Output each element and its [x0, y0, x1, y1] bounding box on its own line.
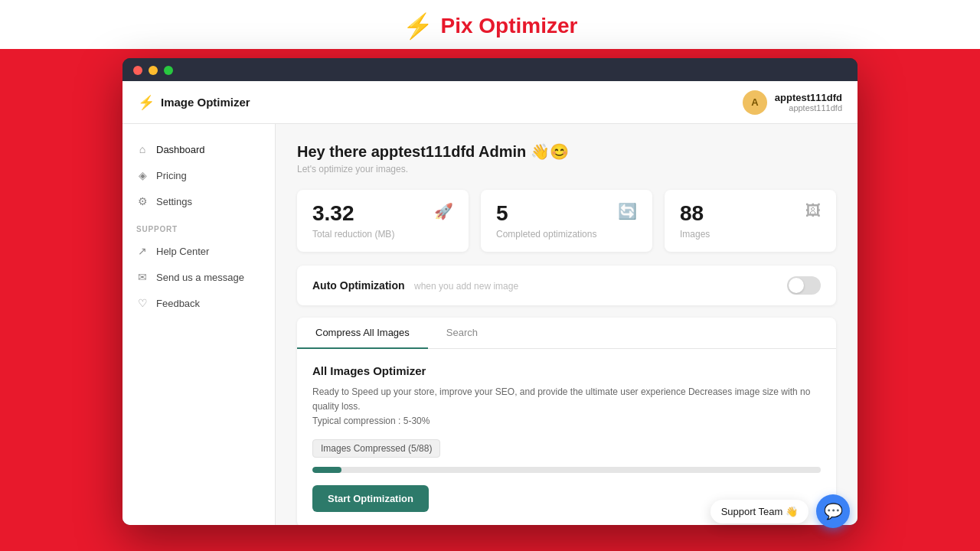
browser-dot-red[interactable]: [133, 66, 142, 75]
support-section-label: SUPPORT: [122, 214, 275, 238]
stat-value-images: 88: [680, 202, 710, 226]
top-banner: ⚡ Pix Optimizer: [0, 0, 980, 49]
support-team-bubble: Support Team 👋: [710, 500, 808, 523]
pricing-icon: ◈: [136, 169, 149, 181]
sidebar-item-feedback[interactable]: ♡ Feedback: [122, 290, 275, 316]
browser-window: ⚡ Image Optimizer A apptest111dfd apptes…: [122, 58, 858, 525]
user-name: apptest111dfd: [775, 92, 842, 103]
tab-compress-all[interactable]: Compress All Images: [297, 318, 428, 349]
sidebar: ⌂ Dashboard ◈ Pricing ⚙ Settings SUPPORT…: [122, 124, 276, 525]
progress-bar-fill: [312, 467, 341, 473]
stat-label-reduction: Total reduction (MB): [312, 229, 394, 240]
support-chat-button[interactable]: 💬: [816, 494, 850, 528]
sidebar-label-dashboard: Dashboard: [156, 144, 205, 155]
message-icon: ✉: [136, 271, 149, 283]
rocket-icon: 🚀: [434, 202, 453, 220]
browser-chrome: [122, 58, 858, 81]
stat-value-optimizations: 5: [496, 202, 596, 226]
start-optimization-button[interactable]: Start Optimization: [312, 485, 429, 512]
feedback-icon: ♡: [136, 297, 149, 309]
sidebar-label-feedback: Feedback: [156, 298, 200, 309]
app-logo-text: Image Optimizer: [161, 96, 250, 109]
sidebar-label-pricing: Pricing: [156, 170, 187, 181]
sidebar-item-dashboard[interactable]: ⌂ Dashboard: [122, 136, 275, 162]
tab-row: Compress All Images Search: [297, 318, 836, 349]
stat-label-images: Images: [680, 229, 710, 240]
compressed-badge: Images Compressed (5/88): [312, 439, 440, 458]
red-background: ⚡ Image Optimizer A apptest111dfd apptes…: [0, 49, 980, 551]
auto-opt-label: Auto Optimization: [312, 279, 405, 292]
main-content: Hey there apptest111dfd Admin 👋😊 Let's o…: [276, 124, 858, 525]
chat-icon: 💬: [824, 502, 843, 520]
avatar: A: [743, 90, 767, 115]
page-sub: Let's optimize your images.: [297, 164, 836, 174]
progress-bar-background: [312, 467, 821, 473]
optimizer-desc: Ready to Speed up your store, improve yo…: [312, 385, 821, 429]
toggle-knob: [789, 278, 804, 293]
dashboard-icon: ⌂: [136, 143, 149, 155]
user-area: A apptest111dfd apptest111dfd: [743, 90, 842, 115]
optimization-icon: 🔄: [618, 202, 637, 220]
app-logo-icon: ⚡: [138, 94, 155, 111]
tab-search[interactable]: Search: [428, 318, 496, 349]
stat-card-reduction: 3.32 Total reduction (MB) 🚀: [297, 190, 469, 252]
stat-value-reduction: 3.32: [312, 202, 394, 226]
sidebar-label-help: Help Center: [156, 246, 209, 257]
app-container: ⚡ Image Optimizer A apptest111dfd apptes…: [122, 81, 858, 525]
user-sub: apptest111dfd: [775, 103, 842, 112]
images-icon: 🖼: [805, 202, 821, 220]
settings-icon: ⚙: [136, 195, 149, 207]
support-widget: Support Team 👋 💬: [710, 494, 850, 528]
stat-card-optimizations: 5 Completed optimizations 🔄: [481, 190, 652, 252]
app-header: ⚡ Image Optimizer A apptest111dfd apptes…: [122, 81, 858, 124]
browser-dot-yellow[interactable]: [149, 66, 158, 75]
brand-logo: ⚡ Pix Optimizer: [403, 14, 578, 38]
sidebar-item-settings[interactable]: ⚙ Settings: [122, 188, 275, 214]
auto-opt-sub: when you add new image: [414, 281, 518, 292]
sidebar-label-settings: Settings: [156, 196, 192, 207]
sidebar-label-message: Send us a message: [156, 272, 244, 283]
auto-optimization-toggle[interactable]: [787, 276, 821, 295]
stat-card-images: 88 Images 🖼: [665, 190, 836, 252]
brand-lightning-icon: ⚡: [403, 14, 433, 38]
optimizer-title: All Images Optimizer: [312, 364, 821, 377]
user-info: apptest111dfd apptest111dfd: [775, 92, 842, 112]
sidebar-item-send-message[interactable]: ✉ Send us a message: [122, 264, 275, 290]
browser-dot-green[interactable]: [164, 66, 173, 75]
help-center-icon: ↗: [136, 245, 149, 257]
brand-name: Pix Optimizer: [441, 14, 578, 38]
sidebar-item-pricing[interactable]: ◈ Pricing: [122, 162, 275, 188]
app-logo: ⚡ Image Optimizer: [138, 94, 250, 111]
stats-row: 3.32 Total reduction (MB) 🚀 5 Completed …: [297, 190, 836, 252]
page-greeting: Hey there apptest111dfd Admin 👋😊: [297, 142, 836, 161]
app-body: ⌂ Dashboard ◈ Pricing ⚙ Settings SUPPORT…: [122, 124, 858, 525]
stat-label-optimizations: Completed optimizations: [496, 229, 596, 240]
sidebar-item-help-center[interactable]: ↗ Help Center: [122, 238, 275, 264]
auto-optimization-row: Auto Optimization when you add new image: [297, 266, 836, 305]
